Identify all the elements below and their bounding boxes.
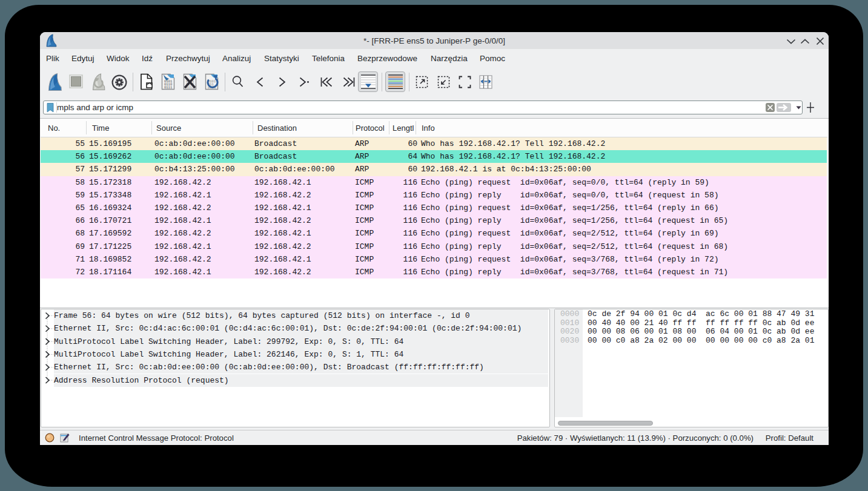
svg-text:0111: 0111	[164, 85, 173, 90]
